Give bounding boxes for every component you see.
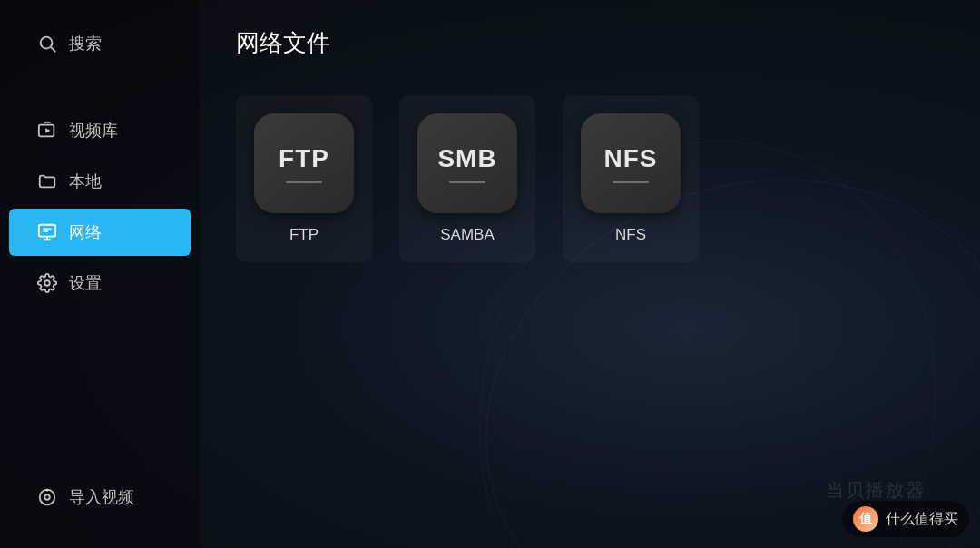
sidebar-item-search[interactable]: 搜索: [9, 20, 191, 67]
import-icon: [36, 486, 58, 508]
svg-point-7: [44, 494, 50, 500]
smb-icon-bar: [449, 181, 485, 183]
nfs-icon-bar: [612, 181, 649, 183]
sidebar-item-settings[interactable]: 设置: [9, 259, 191, 307]
network-item-nfs[interactable]: NFS NFS: [563, 95, 699, 262]
network-item-ftp[interactable]: FTP FTP: [236, 95, 372, 262]
sidebar-label-video-library: 视频库: [69, 120, 118, 142]
network-grid: FTP FTP SMB SAMBA NFS NFS: [236, 95, 944, 262]
sidebar-item-import-video[interactable]: 导入视频: [9, 474, 191, 521]
ftp-icon-bar: [286, 181, 322, 183]
svg-point-5: [44, 280, 50, 286]
sidebar-spacer: [0, 308, 200, 472]
nfs-icon-container: NFS: [581, 113, 681, 213]
svg-marker-3: [45, 128, 51, 133]
sidebar-label-search: 搜索: [69, 33, 102, 54]
sidebar-label-settings: 设置: [69, 272, 102, 294]
local-icon: [36, 171, 58, 192]
main-content: 网络文件 FTP FTP SMB SAMBA: [200, 0, 980, 548]
smb-icon-container: SMB: [417, 113, 517, 213]
sidebar-item-network[interactable]: 网络: [9, 209, 191, 256]
sidebar-item-local[interactable]: 本地: [9, 158, 191, 205]
ftp-label: FTP: [289, 226, 318, 244]
page-title: 网络文件: [236, 27, 944, 59]
svg-line-1: [51, 47, 55, 52]
sidebar-label-import-video: 导入视频: [69, 486, 134, 508]
sidebar: 搜索 视频库 本地: [0, 0, 200, 548]
ftp-protocol-text: FTP: [279, 144, 329, 173]
svg-point-0: [41, 37, 53, 49]
sidebar-label-network: 网络: [69, 221, 102, 243]
network-item-smb[interactable]: SMB SAMBA: [399, 95, 535, 262]
search-icon: [36, 33, 58, 54]
sidebar-item-video-library[interactable]: 视频库: [9, 107, 191, 154]
smb-protocol-text: SMB: [437, 144, 496, 173]
settings-icon: [36, 272, 58, 294]
nfs-label: NFS: [615, 226, 646, 244]
app-layout: 搜索 视频库 本地: [0, 0, 980, 548]
network-icon: [36, 221, 58, 243]
sidebar-label-local: 本地: [69, 171, 102, 192]
svg-point-6: [40, 490, 55, 505]
smb-label: SAMBA: [440, 226, 495, 244]
ftp-icon-container: FTP: [254, 113, 354, 213]
video-library-icon: [36, 120, 58, 142]
nfs-protocol-text: NFS: [604, 144, 658, 173]
